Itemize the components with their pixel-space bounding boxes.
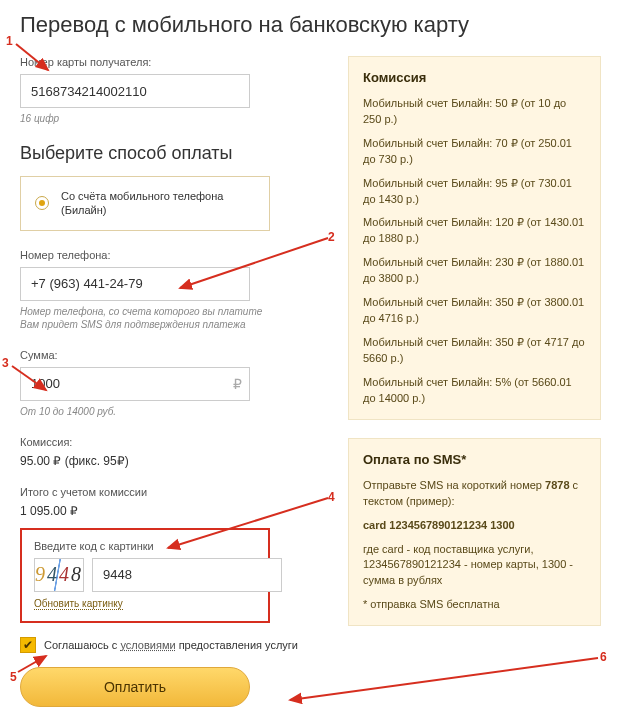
phone-label: Номер телефона: — [20, 249, 320, 261]
annotation-1: 1 — [6, 34, 13, 48]
paymethod-option-text: Со счёта мобильного телефона (Билайн) — [61, 189, 223, 218]
card-number-input[interactable] — [20, 74, 250, 108]
total-label: Итого с учетом комиссии — [20, 486, 320, 498]
paymethod-option-beeline[interactable]: Со счёта мобильного телефона (Билайн) — [20, 176, 270, 231]
annotation-5: 5 — [10, 670, 17, 684]
sms-instruction: Отправьте SMS на короткий номер 7878 с т… — [363, 478, 586, 510]
commission-row: Мобильный счет Билайн: 120 ₽ (от 1430.01… — [363, 215, 586, 247]
page-title: Перевод с мобильного на банковскую карту — [20, 12, 601, 38]
commission-row: Мобильный счет Билайн: 350 ₽ (от 4717 до… — [363, 335, 586, 367]
sms-title: Оплата по SMS* — [363, 451, 586, 470]
captcha-image: 9448 — [34, 558, 84, 592]
sms-footnote: * отправка SMS бесплатна — [363, 597, 586, 613]
captcha-refresh-link[interactable]: Обновить картинку — [34, 598, 123, 610]
paymethod-heading: Выберите способ оплаты — [20, 143, 320, 164]
terms-link[interactable]: условиями — [120, 639, 175, 651]
captcha-label: Введите код с картинки — [34, 540, 256, 552]
commission-row: Мобильный счет Билайн: 230 ₽ (от 1880.01… — [363, 255, 586, 287]
total-value: 1 095.00 ₽ — [20, 504, 320, 518]
radio-selected-icon — [35, 196, 49, 210]
fee-label: Комиссия: — [20, 436, 320, 448]
ruble-icon: ₽ — [233, 376, 242, 392]
commission-title: Комиссия — [363, 69, 586, 88]
sum-hint: От 10 до 14000 руб. — [20, 405, 320, 418]
sms-example: card 1234567890121234 1300 — [363, 518, 586, 534]
sms-panel: Оплата по SMS* Отправьте SMS на короткий… — [348, 438, 601, 626]
submit-button[interactable]: Оплатить — [20, 667, 250, 707]
captcha-input[interactable] — [92, 558, 282, 592]
card-hint: 16 цифр — [20, 112, 320, 125]
sum-label: Сумма: — [20, 349, 320, 361]
commission-row: Мобильный счет Билайн: 50 ₽ (от 10 до 25… — [363, 96, 586, 128]
annotation-6: 6 — [600, 650, 607, 664]
sum-input[interactable] — [20, 367, 250, 401]
commission-row: Мобильный счет Билайн: 5% (от 5660.01 до… — [363, 375, 586, 407]
agree-checkbox[interactable]: ✔ — [20, 637, 36, 653]
captcha-section: Введите код с картинки 9448 Обновить кар… — [20, 528, 270, 623]
agree-text: Соглашаюсь с условиями предоставления ус… — [44, 639, 298, 651]
commission-panel: Комиссия Мобильный счет Билайн: 50 ₽ (от… — [348, 56, 601, 420]
phone-input[interactable] — [20, 267, 250, 301]
card-label: Номер карты получателя: — [20, 56, 320, 68]
phone-hint: Номер телефона, со счета которого вы пла… — [20, 305, 320, 331]
sms-legend: где card - код поставщика услуги, 123456… — [363, 542, 586, 590]
commission-row: Мобильный счет Билайн: 70 ₽ (от 250.01 д… — [363, 136, 586, 168]
commission-row: Мобильный счет Билайн: 350 ₽ (от 3800.01… — [363, 295, 586, 327]
fee-value: 95.00 ₽ (фикс. 95₽) — [20, 454, 320, 468]
commission-row: Мобильный счет Билайн: 95 ₽ (от 730.01 д… — [363, 176, 586, 208]
annotation-3: 3 — [2, 356, 9, 370]
